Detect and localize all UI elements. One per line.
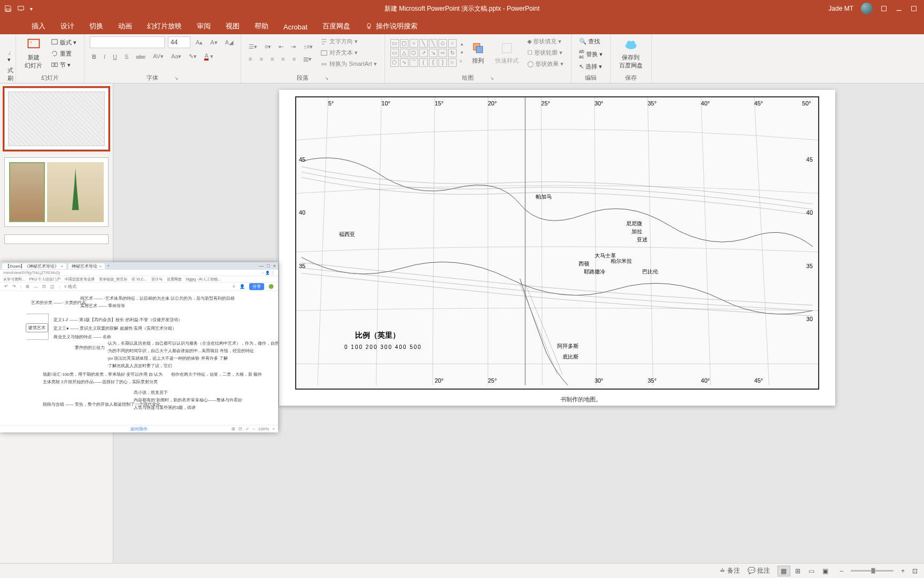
font-dialog-launcher[interactable]: ↘: [174, 75, 179, 81]
drawing-dialog-launcher[interactable]: ↘: [490, 75, 494, 81]
smartart-button[interactable]: 转换为 SmartArt ▾: [318, 59, 379, 69]
overlay-address-bar[interactable]: /mind/view/0VNjyThbLjZTREMvZy ☆ 👤 ⋮: [0, 270, 278, 276]
overlay-tab-1[interactable]: 【Down】《神秘艺术导论》 ×: [2, 263, 66, 269]
tab-help[interactable]: 帮助: [247, 18, 276, 34]
minimize-icon[interactable]: [895, 5, 903, 12]
font-color-icon[interactable]: A▾: [202, 51, 215, 62]
gallery-down-icon[interactable]: ▼: [460, 50, 464, 55]
new-tab-icon[interactable]: +: [107, 263, 110, 269]
slideshow-view-icon[interactable]: ▣: [819, 566, 832, 576]
avatar-small[interactable]: 🟢: [268, 284, 274, 289]
tab-insert[interactable]: 插入: [24, 18, 53, 34]
bookmark-item[interactable]: 中国思想史专业课: [65, 277, 95, 282]
underline-icon[interactable]: U: [111, 52, 119, 61]
columns-icon[interactable]: ▥▾: [301, 55, 314, 64]
tab-animations[interactable]: 动画: [111, 18, 140, 34]
highlight-icon[interactable]: ✎▾: [187, 52, 199, 61]
redo-icon[interactable]: ↷: [12, 284, 16, 289]
sorter-view-icon[interactable]: ⊞: [791, 566, 804, 576]
presenter-icon[interactable]: [17, 5, 25, 12]
indent-icon[interactable]: ⇥: [289, 42, 298, 51]
user-name[interactable]: Jade MT: [828, 5, 853, 12]
copy-button[interactable]: 」▾: [5, 47, 10, 64]
undo-icon[interactable]: ↶: [4, 284, 8, 289]
section-button[interactable]: 节 ▾: [49, 60, 79, 70]
spacing-icon[interactable]: AV▾: [151, 52, 166, 61]
font-size-combo[interactable]: [168, 36, 190, 48]
shape-fill-button[interactable]: ◆ 形状填充 ▾: [525, 36, 566, 47]
overlay-tab-2[interactable]: 神秘艺术导论 ×: [68, 263, 105, 269]
tool-icon[interactable]: ⊡: [42, 284, 46, 289]
overlay-maximize-icon[interactable]: □: [267, 263, 270, 269]
bookmark-item[interactable]: 在 VLC...: [132, 277, 147, 282]
normal-view-icon[interactable]: ▦: [777, 566, 790, 576]
shape-outline-button[interactable]: ☐ 形状轮廓 ▾: [525, 48, 566, 58]
shrink-font-icon[interactable]: A▾: [208, 38, 219, 47]
nav-icon[interactable]: ⊡: [238, 427, 242, 431]
tool-icon[interactable]: ⊞: [26, 284, 29, 289]
gallery-more-icon[interactable]: ≡: [460, 59, 464, 64]
comments-button[interactable]: 💬 批注: [748, 566, 770, 575]
replace-button[interactable]: abac 替换 ▾: [577, 48, 605, 60]
numbering-icon[interactable]: ≡▾: [263, 42, 273, 51]
justify-icon[interactable]: ≡: [279, 55, 287, 63]
tab-baidu[interactable]: 百度网盘: [315, 18, 358, 34]
maximize-icon[interactable]: [910, 5, 918, 12]
overlay-browser-window[interactable]: 【Down】《神秘艺术导论》 × 神秘艺术导论 × + — □ × /mind/…: [0, 262, 278, 432]
tab-review[interactable]: 审阅: [189, 18, 218, 34]
menu-icon[interactable]: ≡: [233, 284, 235, 289]
save-icon[interactable]: [4, 5, 12, 12]
help-button[interactable]: 如何操作: [130, 426, 148, 432]
arrange-button[interactable]: 排列: [467, 40, 489, 66]
tab-design[interactable]: 设计: [53, 18, 82, 34]
format-painter[interactable]: 式刷: [5, 65, 10, 83]
grow-font-icon[interactable]: A▴: [194, 38, 205, 47]
fit-icon[interactable]: ⤢: [245, 427, 249, 431]
outdent-icon[interactable]: ⇤: [276, 42, 286, 51]
zoom-out-icon[interactable]: −: [252, 427, 255, 431]
tab-view[interactable]: 视图: [218, 18, 247, 34]
bookmark-item[interactable]: PKU 个人综合门户: [29, 277, 60, 282]
align-left-icon[interactable]: ≡: [247, 55, 254, 63]
slide-thumbnail-3[interactable]: [4, 234, 109, 244]
format-button[interactable]: ≡ 格式: [64, 284, 76, 290]
overlay-close-icon[interactable]: ×: [273, 263, 276, 269]
shadow-icon[interactable]: S: [122, 52, 130, 61]
tool-icon[interactable]: ◫: [50, 284, 55, 289]
align-text-button[interactable]: 对齐文本 ▾: [318, 48, 379, 58]
close-icon[interactable]: ×: [60, 264, 63, 269]
quick-styles-button[interactable]: 快速样式: [492, 40, 522, 66]
bold-icon[interactable]: B: [90, 52, 98, 61]
tab-transitions[interactable]: 切换: [82, 18, 111, 34]
paragraph-dialog-launcher[interactable]: ↘: [325, 75, 329, 81]
select-button[interactable]: ↖ 选择 ▾: [577, 62, 605, 72]
mindmap-canvas[interactable]: 艺术的分类 —— ·大类的代表 纯艺术 —— ·艺术体系的特征，以目标的为主体 …: [0, 291, 278, 425]
share-button[interactable]: 分享: [249, 283, 264, 290]
reading-view-icon[interactable]: ▭: [805, 566, 818, 576]
zoom-out-icon[interactable]: −: [840, 567, 843, 575]
user-icon[interactable]: 👤: [240, 284, 245, 289]
zoom-in-icon[interactable]: +: [272, 427, 275, 431]
bullets-icon[interactable]: ☰▾: [247, 42, 259, 51]
new-slide-button[interactable]: 新建 幻灯片: [21, 36, 45, 71]
shape-gallery[interactable]: ▭▢○╲╲◇○ ▭△⬡↗↘⇨↻ ⬠∿⌒({}☆: [390, 39, 457, 67]
tab-acrobat[interactable]: Acrobat: [276, 20, 315, 34]
close-icon[interactable]: ×: [99, 264, 102, 269]
bookmark-item[interactable]: 登录链接_管弦乐: [99, 277, 127, 282]
bookmark-item[interactable]: 从学习资料...: [3, 277, 25, 282]
bookmark-item[interactable]: 设计与: [151, 277, 163, 282]
slide-1[interactable]: 5° 10° 15° 20° 25° 30° 35° 40° 45° 50° 2…: [279, 90, 835, 406]
text-direction-button[interactable]: 文字方向 ▾: [318, 36, 379, 47]
find-button[interactable]: 🔍 查找: [577, 36, 605, 47]
nav-icon[interactable]: ⊞: [232, 427, 235, 431]
shape-effects-button[interactable]: ◯ 形状效果 ▾: [525, 59, 566, 69]
zoom-slider[interactable]: [851, 570, 894, 572]
strike-icon[interactable]: abc: [134, 52, 148, 61]
font-name-combo[interactable]: [90, 36, 165, 48]
clear-format-icon[interactable]: A◢: [223, 38, 235, 47]
zoom-in-icon[interactable]: +: [901, 567, 905, 575]
reset-button[interactable]: 重置: [49, 49, 79, 59]
slide-thumbnail-1[interactable]: [4, 88, 109, 150]
fit-to-window-icon[interactable]: ⊡: [912, 567, 918, 575]
bookmark-item[interactable]: bigjpg - AI人工智能...: [186, 277, 221, 282]
